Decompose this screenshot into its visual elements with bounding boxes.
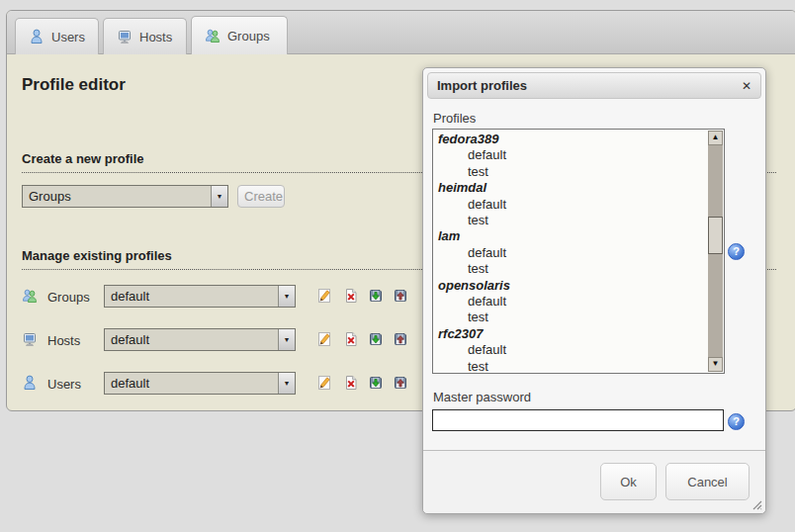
tab-label: Users xyxy=(51,30,85,44)
group-icon xyxy=(22,288,38,308)
edit-icon[interactable] xyxy=(316,288,332,308)
host-icon xyxy=(22,331,38,351)
tab-bar: Users Hosts Groups xyxy=(7,11,795,54)
selected-value: default xyxy=(105,329,278,350)
chevron-down-icon: ▼ xyxy=(284,293,291,300)
select-dropdown-button[interactable]: ▼ xyxy=(278,373,295,394)
delete-icon[interactable] xyxy=(343,331,359,351)
profile-group: lam xyxy=(438,228,708,244)
import-icon[interactable] xyxy=(368,331,384,351)
scrollbar-thumb[interactable] xyxy=(708,217,723,254)
profile-option[interactable]: test xyxy=(438,164,708,180)
users-profile-select[interactable]: default ▼ xyxy=(104,372,296,395)
selected-value: default xyxy=(105,286,278,307)
profile-option[interactable]: default xyxy=(438,197,708,213)
dialog-titlebar[interactable]: Import profiles ✕ xyxy=(427,72,761,99)
profile-option[interactable]: default xyxy=(438,342,708,358)
help-icon[interactable]: ? xyxy=(728,413,745,430)
edit-icon[interactable] xyxy=(316,375,332,395)
chevron-down-icon: ▼ xyxy=(284,380,291,387)
dialog-title: Import profiles xyxy=(437,78,527,93)
scroll-down-icon[interactable]: ▼ xyxy=(708,357,723,372)
manage-row-users: Users default ▼ xyxy=(7,372,432,396)
ok-button[interactable]: Ok xyxy=(600,463,657,500)
profiles-label: Profiles xyxy=(433,111,476,126)
cancel-button[interactable]: Cancel xyxy=(665,463,750,500)
profile-option[interactable]: default xyxy=(438,294,708,310)
profile-type-select[interactable]: Groups ▼ xyxy=(22,185,228,208)
import-icon[interactable] xyxy=(368,375,384,395)
delete-icon[interactable] xyxy=(343,375,359,395)
edit-icon[interactable] xyxy=(316,331,332,351)
tab-hosts[interactable]: Hosts xyxy=(103,18,187,54)
profile-option[interactable]: test xyxy=(438,310,708,325)
profile-option[interactable]: default xyxy=(438,147,708,163)
select-dropdown-button[interactable]: ▼ xyxy=(211,186,227,207)
groups-profile-select[interactable]: default ▼ xyxy=(104,285,296,308)
select-dropdown-button[interactable]: ▼ xyxy=(278,286,295,307)
tab-label: Hosts xyxy=(139,30,172,44)
delete-icon[interactable] xyxy=(343,288,359,308)
page-title: Profile editor xyxy=(22,75,126,95)
profile-group: rfc2307 xyxy=(438,326,708,342)
profile-group: opensolaris xyxy=(438,278,708,294)
chevron-down-icon: ▼ xyxy=(284,336,291,343)
tab-users[interactable]: Users xyxy=(15,18,99,54)
resize-handle-icon[interactable] xyxy=(750,497,762,510)
profile-option[interactable]: test xyxy=(438,359,708,374)
manage-row-hosts: Hosts default ▼ xyxy=(7,328,432,352)
close-icon[interactable]: ✕ xyxy=(742,80,751,92)
host-icon xyxy=(117,29,132,44)
row-type-label: Hosts xyxy=(47,333,80,348)
user-icon xyxy=(22,375,38,395)
profiles-listbox[interactable]: fedora389 default test heimdal default t… xyxy=(432,129,725,374)
selected-value: default xyxy=(105,373,278,394)
export-icon[interactable] xyxy=(393,288,408,308)
row-type-label: Groups xyxy=(47,290,90,305)
hosts-profile-select[interactable]: default ▼ xyxy=(104,328,296,351)
scroll-up-icon[interactable]: ▲ xyxy=(708,131,723,145)
create-button[interactable]: Create xyxy=(237,185,285,208)
manage-row-groups: Groups default ▼ xyxy=(7,285,432,309)
profile-group: heimdal xyxy=(438,180,708,196)
profile-option[interactable]: test xyxy=(438,213,708,228)
help-icon[interactable]: ? xyxy=(728,243,745,260)
profile-option[interactable]: test xyxy=(438,261,708,277)
tab-groups[interactable]: Groups xyxy=(191,16,288,54)
user-icon xyxy=(29,29,44,44)
export-icon[interactable] xyxy=(393,331,408,351)
group-icon xyxy=(205,28,221,44)
select-dropdown-button[interactable]: ▼ xyxy=(278,329,295,350)
tab-label: Groups xyxy=(227,29,270,44)
master-password-input[interactable] xyxy=(432,409,724,431)
profile-option[interactable]: default xyxy=(438,245,708,261)
import-icon[interactable] xyxy=(368,288,384,308)
chevron-down-icon: ▼ xyxy=(217,193,223,200)
import-profiles-dialog: Import profiles ✕ Profiles fedora389 def… xyxy=(422,67,766,514)
profile-group: fedora389 xyxy=(438,132,708,147)
dialog-footer: Ok Cancel xyxy=(423,450,765,513)
export-icon[interactable] xyxy=(393,375,408,395)
master-password-label: Master password xyxy=(433,390,531,404)
selected-value: Groups xyxy=(23,186,211,207)
listbox-scrollbar[interactable]: ▲ ▼ xyxy=(708,131,723,372)
row-type-label: Users xyxy=(47,377,81,392)
